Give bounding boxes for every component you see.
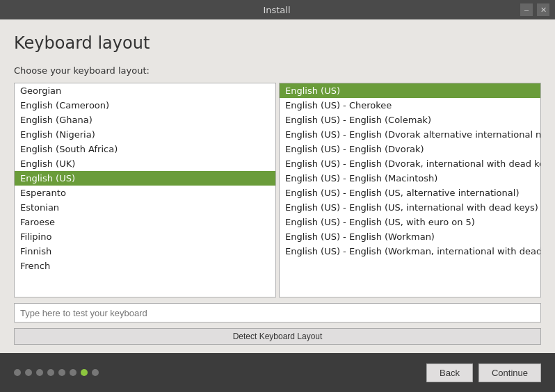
list-item[interactable]: Estonian: [15, 200, 275, 215]
variant-list[interactable]: English (US)English (US) - CherokeeEngli…: [279, 83, 541, 297]
list-item[interactable]: English (US) - English (Dvorak): [280, 142, 540, 156]
list-item[interactable]: English (Ghana): [15, 113, 275, 127]
progress-dot: [92, 369, 99, 376]
progress-dot: [47, 369, 54, 376]
subtitle: Choose your keyboard layout:: [14, 65, 541, 76]
list-item[interactable]: English (US): [15, 171, 275, 186]
layout-columns: GeorgianEnglish (Cameroon)English (Ghana…: [14, 83, 541, 297]
list-item[interactable]: Faroese: [15, 215, 275, 229]
back-button[interactable]: Back: [426, 364, 473, 382]
keyboard-test-input[interactable]: [14, 303, 541, 322]
progress-dot: [58, 369, 65, 376]
list-item[interactable]: English (US) - English (US, with euro on…: [280, 215, 540, 229]
window-title: Install: [33, 5, 520, 15]
list-item[interactable]: English (US) - English (Colemak): [280, 113, 540, 127]
list-item[interactable]: Georgian: [15, 83, 275, 98]
progress-dots: [14, 369, 99, 376]
progress-dot: [36, 369, 43, 376]
continue-button[interactable]: Continue: [478, 364, 541, 382]
list-item[interactable]: Filipino: [15, 229, 275, 244]
window-controls: – ✕: [520, 3, 549, 16]
progress-dot: [81, 369, 88, 376]
progress-dot: [70, 369, 77, 376]
progress-dot: [25, 369, 32, 376]
detect-keyboard-button[interactable]: Detect Keyboard Layout: [14, 328, 541, 345]
list-item[interactable]: English (UK): [15, 156, 275, 171]
progress-dot: [14, 369, 21, 376]
titlebar: Install – ✕: [0, 0, 555, 19]
list-item[interactable]: English (US) - Cherokee: [280, 98, 540, 113]
list-item[interactable]: French: [15, 259, 275, 273]
language-list[interactable]: GeorgianEnglish (Cameroon)English (Ghana…: [14, 83, 276, 297]
list-item[interactable]: Esperanto: [15, 186, 275, 200]
list-item[interactable]: English (US) - English (US, alternative …: [280, 186, 540, 200]
main-content: Keyboard layout Choose your keyboard lay…: [0, 19, 555, 353]
list-item[interactable]: English (Nigeria): [15, 127, 275, 142]
list-item[interactable]: Finnish: [15, 244, 275, 259]
list-item[interactable]: English (US) - English (Dvorak, internat…: [280, 156, 540, 171]
list-item[interactable]: English (US) - English (US, internationa…: [280, 200, 540, 215]
bottom-bar: Back Continue: [0, 353, 555, 392]
list-item[interactable]: English (US): [280, 83, 540, 98]
page-title: Keyboard layout: [14, 33, 541, 53]
close-button[interactable]: ✕: [537, 3, 549, 16]
minimize-button[interactable]: –: [520, 3, 533, 16]
list-item[interactable]: English (US) - English (Workman, interna…: [280, 244, 540, 259]
nav-buttons: Back Continue: [426, 364, 541, 382]
list-item[interactable]: English (South Africa): [15, 142, 275, 156]
list-item[interactable]: English (Cameroon): [15, 98, 275, 113]
list-item[interactable]: English (US) - English (Dvorak alternati…: [280, 127, 540, 142]
list-item[interactable]: English (US) - English (Macintosh): [280, 171, 540, 186]
list-item[interactable]: English (US) - English (Workman): [280, 229, 540, 244]
test-input-row: [14, 303, 541, 322]
